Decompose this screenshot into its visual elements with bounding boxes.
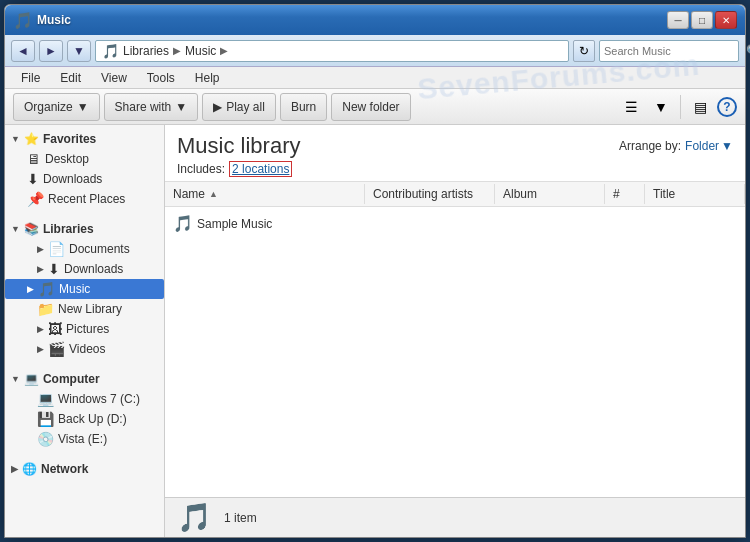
sidebar-label-vista: Vista (E:): [58, 432, 107, 446]
search-icon: 🔍: [746, 44, 750, 58]
new-folder-label: New folder: [342, 100, 399, 114]
organize-button[interactable]: Organize ▼: [13, 93, 100, 121]
sidebar-header-libraries[interactable]: ▼ 📚 Libraries: [5, 219, 164, 239]
breadcrumb-music[interactable]: Music: [185, 44, 216, 58]
col-header-name[interactable]: Name ▲: [165, 184, 365, 204]
search-box[interactable]: 🔍: [599, 40, 739, 62]
col-header-title[interactable]: Title: [645, 184, 745, 204]
menu-help[interactable]: Help: [187, 69, 228, 87]
burn-button[interactable]: Burn: [280, 93, 327, 121]
sidebar-label-downloads-lib: Downloads: [64, 262, 123, 276]
maximize-button[interactable]: □: [691, 11, 713, 29]
breadcrumb-icon: 🎵: [102, 43, 119, 59]
col-name-label: Name: [173, 187, 205, 201]
sidebar-divider-2: [5, 361, 164, 369]
file-list-header: Name ▲ Contributing artists Album # Titl…: [165, 182, 745, 207]
downloads-lib-expand-icon: ▶: [37, 264, 44, 274]
share-with-label: Share with: [115, 100, 172, 114]
burn-label: Burn: [291, 100, 316, 114]
view-dropdown-button[interactable]: ▼: [648, 94, 674, 120]
view-details-button[interactable]: ☰: [618, 94, 644, 120]
menu-view[interactable]: View: [93, 69, 135, 87]
organize-label: Organize: [24, 100, 73, 114]
sidebar-label-network: Network: [41, 462, 88, 476]
arrange-by-label: Arrange by:: [619, 139, 681, 153]
sidebar-label-pictures: Pictures: [66, 322, 109, 336]
sidebar-item-downloads-fav[interactable]: ⬇ Downloads: [5, 169, 164, 189]
sidebar-header-favorites[interactable]: ▼ ⭐ Favorites: [5, 129, 164, 149]
status-bar: 🎵 1 item: [165, 497, 745, 537]
status-text: 1 item: [224, 511, 257, 525]
sidebar-item-music[interactable]: ▶ 🎵 Music: [5, 279, 164, 299]
new-folder-button[interactable]: New folder: [331, 93, 410, 121]
sidebar-item-pictures[interactable]: ▶ 🖼 Pictures: [5, 319, 164, 339]
help-button[interactable]: ?: [717, 97, 737, 117]
network-icon: 🌐: [22, 462, 37, 476]
computer-icon: 💻: [24, 372, 39, 386]
content-header: Music library Arrange by: Folder ▼ Inclu…: [165, 125, 745, 182]
recent-places-icon: 📌: [27, 191, 44, 207]
menu-edit[interactable]: Edit: [52, 69, 89, 87]
sidebar-item-desktop[interactable]: 🖥 Desktop: [5, 149, 164, 169]
breadcrumb-sep-1: ▶: [173, 45, 181, 56]
title-bar-left: 🎵 Music: [13, 11, 71, 30]
col-title-label: Title: [653, 187, 675, 201]
address-bar: ◄ ► ▼ 🎵 Libraries ▶ Music ▶ ↻ 🔍: [5, 35, 745, 67]
downloads-lib-icon: ⬇: [48, 261, 60, 277]
back-button[interactable]: ◄: [11, 40, 35, 62]
search-input[interactable]: [604, 45, 742, 57]
arrange-by: Arrange by: Folder ▼: [619, 139, 733, 153]
pictures-icon: 🖼: [48, 321, 62, 337]
documents-icon: 📄: [48, 241, 65, 257]
menu-file[interactable]: File: [13, 69, 48, 87]
sidebar-icon-favorites: ⭐: [24, 132, 39, 146]
toolbar-right: ☰ ▼ ▤ ?: [618, 94, 737, 120]
col-header-album[interactable]: Album: [495, 184, 605, 204]
sidebar-divider-1: [5, 211, 164, 219]
table-row[interactable]: 🎵 Sample Music: [165, 211, 745, 236]
sidebar-item-new-library[interactable]: 📁 New Library: [5, 299, 164, 319]
sidebar-label-computer: Computer: [43, 372, 100, 386]
computer-expand-icon: ▼: [11, 374, 20, 384]
file-item-name: Sample Music: [197, 217, 272, 231]
sidebar-header-network[interactable]: ▶ 🌐 Network: [5, 459, 164, 479]
col-num-label: #: [613, 187, 620, 201]
sidebar-item-win7[interactable]: 💻 Windows 7 (C:): [5, 389, 164, 409]
preview-pane-button[interactable]: ▤: [687, 94, 713, 120]
col-header-artist[interactable]: Contributing artists: [365, 184, 495, 204]
close-button[interactable]: ✕: [715, 11, 737, 29]
file-list: 🎵 Sample Music: [165, 207, 745, 497]
sidebar-section-favorites: ▼ ⭐ Favorites 🖥 Desktop ⬇ Downloads 📌 Re…: [5, 129, 164, 209]
sidebar-item-vista[interactable]: 💿 Vista (E:): [5, 429, 164, 449]
status-icon: 🎵: [177, 501, 212, 534]
libraries-expand-icon: ▼: [11, 224, 20, 234]
play-all-label: Play all: [226, 100, 265, 114]
sidebar-item-documents[interactable]: ▶ 📄 Documents: [5, 239, 164, 259]
breadcrumb-bar[interactable]: 🎵 Libraries ▶ Music ▶: [95, 40, 569, 62]
locations-link[interactable]: 2 locations: [229, 161, 292, 177]
col-header-num[interactable]: #: [605, 184, 645, 204]
sidebar-header-computer[interactable]: ▼ 💻 Computer: [5, 369, 164, 389]
refresh-button[interactable]: ↻: [573, 40, 595, 62]
sidebar-item-downloads-lib[interactable]: ▶ ⬇ Downloads: [5, 259, 164, 279]
menu-tools[interactable]: Tools: [139, 69, 183, 87]
play-all-button[interactable]: ▶ Play all: [202, 93, 276, 121]
new-library-icon: 📁: [37, 301, 54, 317]
arrange-by-dropdown[interactable]: Folder ▼: [685, 139, 733, 153]
sidebar-label-downloads-fav: Downloads: [43, 172, 102, 186]
minimize-button[interactable]: ─: [667, 11, 689, 29]
share-dropdown-icon: ▼: [175, 100, 187, 114]
sidebar-item-backup[interactable]: 💾 Back Up (D:): [5, 409, 164, 429]
recent-button[interactable]: ▼: [67, 40, 91, 62]
win7-icon: 💻: [37, 391, 54, 407]
breadcrumb-libraries[interactable]: Libraries: [123, 44, 169, 58]
col-name-sort-icon: ▲: [209, 189, 218, 199]
file-item-icon: 🎵: [173, 214, 193, 233]
sidebar-label-libraries: Libraries: [43, 222, 94, 236]
share-with-button[interactable]: Share with ▼: [104, 93, 199, 121]
arrange-by-chevron: ▼: [721, 139, 733, 153]
sidebar-item-videos[interactable]: ▶ 🎬 Videos: [5, 339, 164, 359]
forward-button[interactable]: ►: [39, 40, 63, 62]
title-controls: ─ □ ✕: [667, 11, 737, 29]
sidebar-item-recent-places[interactable]: 📌 Recent Places: [5, 189, 164, 209]
